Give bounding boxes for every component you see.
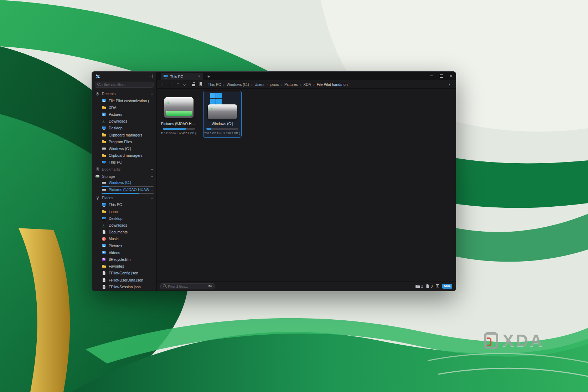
new-tab-button[interactable]: +	[207, 74, 210, 79]
section-header-places[interactable]: Places	[92, 194, 156, 201]
folder-icon	[102, 264, 106, 269]
sidebar-item[interactable]: Pictures	[92, 111, 156, 118]
sidebar-item[interactable]: Pictures (\\JOAO-HUAWEIXPRO) ...	[92, 187, 156, 194]
lock-icon[interactable]	[191, 80, 197, 88]
folder-icon	[102, 209, 106, 214]
forward-button[interactable]: →	[167, 80, 174, 88]
sidebar-filter-input[interactable]	[102, 83, 153, 87]
chevron-down-icon	[150, 175, 153, 178]
breadcrumb-segment[interactable]: Pictures	[284, 82, 303, 87]
sidebar-item[interactable]: FPilot-Session.json	[92, 283, 156, 290]
tab-this-pc[interactable]: This PC ×	[161, 73, 203, 80]
drive-tile[interactable]: Windows (C:) 780.5 GB free of 918.9 GB (…	[203, 91, 242, 138]
drive-icon	[102, 180, 106, 185]
section-label: Recents	[102, 92, 148, 96]
sidebar-item[interactable]: Downloads	[92, 118, 156, 125]
collapse-sidebar-icon[interactable]	[148, 74, 153, 78]
drive-usage-fill	[206, 128, 211, 130]
details-icon[interactable]	[436, 284, 439, 288]
history-chevron-icon[interactable]	[182, 80, 187, 88]
status-bar: 2 0 59%	[157, 281, 456, 291]
close-button[interactable]: ×	[446, 72, 456, 80]
sidebar-item[interactable]: Clipboard managers	[92, 131, 156, 138]
folder-content: Pictures (\\JOAO-HUA... 119.2 GB free of…	[157, 89, 456, 281]
breadcrumb-segment[interactable]: Users	[254, 82, 270, 87]
recycle-icon	[102, 257, 106, 262]
sidebar-item-label: Clipboard managers	[109, 133, 156, 137]
sidebar-item-label: This PC	[109, 160, 156, 164]
sidebar-item[interactable]: Music	[92, 236, 156, 242]
drive-tiles: Pictures (\\JOAO-HUA... 119.2 GB free of…	[157, 89, 456, 140]
breadcrumb-segment[interactable]: This PC	[208, 82, 227, 87]
sidebar-item-label: Windows (C:)	[109, 180, 156, 185]
drive-icon	[102, 146, 106, 151]
sidebar-item-label: Favorites	[109, 264, 156, 268]
bookmark-icon[interactable]	[198, 80, 204, 88]
file-pilot-window: Recents File Pilot customization (5).png…	[92, 71, 456, 291]
content-filter-input[interactable]	[168, 284, 208, 288]
sidebar-item[interactable]: joaoc	[92, 208, 156, 215]
sidebar-item-label: Desktop	[109, 216, 156, 221]
filter-options-icon[interactable]	[208, 284, 212, 288]
sidebar-item[interactable]: This PC	[92, 159, 156, 166]
sidebar-section-places: Places This PC joaoc	[92, 194, 156, 290]
tab-close-icon[interactable]: ×	[198, 74, 201, 78]
storage-usage-fill	[102, 186, 109, 187]
sidebar-item[interactable]: Desktop	[92, 215, 156, 222]
doc-icon	[102, 278, 106, 282]
drive-tile[interactable]: Pictures (\\JOAO-HUA... 119.2 GB free of…	[160, 91, 198, 138]
sidebar-item[interactable]: This PC	[92, 201, 156, 208]
sidebar-item[interactable]: Windows (C:)	[92, 145, 156, 152]
sidebar-item[interactable]: File Pilot customization (5).png	[92, 97, 156, 104]
sidebar-item[interactable]: Downloads	[92, 222, 156, 228]
details-group	[436, 284, 439, 288]
more-menu-icon[interactable]: ⋮	[447, 82, 453, 87]
back-button[interactable]: ←	[160, 80, 166, 88]
breadcrumb-segment[interactable]: File Pilot hands-on	[316, 82, 347, 87]
sidebar-item[interactable]: Pictures	[92, 242, 156, 249]
drive-body	[164, 97, 194, 118]
sidebar-item[interactable]: Program Files	[92, 138, 156, 145]
sidebar-item-label: $Recycle.Bin	[109, 257, 156, 262]
section-header-recents[interactable]: Recents	[92, 90, 156, 97]
breadcrumb-segment[interactable]: XDA	[303, 82, 316, 87]
chevron-down-icon	[150, 196, 153, 199]
section-header-bookmarks[interactable]: Bookmarks	[92, 166, 156, 173]
minimize-button[interactable]	[427, 72, 437, 80]
drive-icon	[207, 93, 238, 121]
sidebar-item[interactable]: Desktop	[92, 125, 156, 131]
drive-capacity-stripe	[166, 111, 192, 116]
drive-usage-bar	[163, 128, 195, 130]
monitor-icon	[102, 160, 106, 165]
drive-icon	[95, 174, 100, 179]
sidebar-section-storage: Storage Windows (C:)	[92, 173, 156, 194]
sidebar-item[interactable]: Clipboard managers	[92, 152, 156, 159]
doc-icon	[102, 284, 106, 289]
drive-free-space: 119.2 GB free of 457.2 GB (...	[161, 131, 197, 135]
drive-name: Windows (C:)	[212, 122, 233, 126]
doc-icon	[102, 271, 106, 275]
breadcrumb-segment[interactable]: Windows (C:)	[227, 82, 255, 87]
monitor-icon	[102, 202, 106, 207]
this-pc-icon	[164, 74, 168, 78]
up-button[interactable]: ↑	[175, 80, 181, 88]
maximize-button[interactable]	[437, 72, 446, 80]
sidebar-item[interactable]: $Recycle.Bin	[92, 256, 156, 263]
zoom-level-badge[interactable]: 59%	[442, 284, 452, 289]
download-icon	[102, 223, 106, 228]
sidebar-item-label: Desktop	[109, 126, 156, 130]
sidebar-item[interactable]: FPilot-UserData.json	[92, 277, 156, 283]
sidebar-item[interactable]: Favorites	[92, 263, 156, 270]
sidebar-item[interactable]: FPilot-Config.json	[92, 270, 156, 277]
clock-icon	[95, 92, 100, 96]
sidebar-filter	[95, 82, 154, 88]
storage-item-line: Windows (C:)	[92, 180, 156, 185]
sidebar-item[interactable]: Documents	[92, 229, 156, 236]
breadcrumb-segment[interactable]: joaoc	[270, 82, 284, 87]
doc-icon	[102, 230, 106, 234]
sidebar-item[interactable]: Windows (C:)	[92, 180, 156, 187]
section-header-storage[interactable]: Storage	[92, 173, 156, 180]
sidebar-item[interactable]: XDA	[92, 104, 156, 111]
xda-logo-icon	[484, 332, 498, 349]
sidebar-item[interactable]: Videos	[92, 249, 156, 256]
